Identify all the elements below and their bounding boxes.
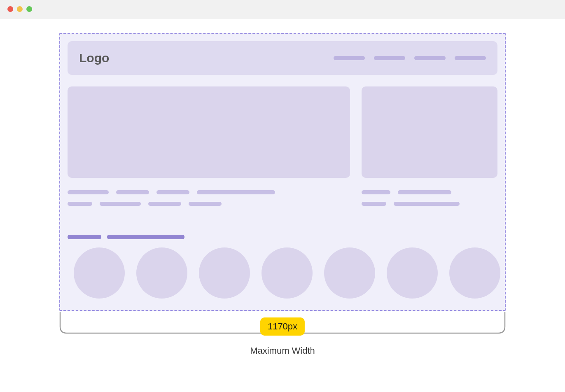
nav-item-placeholder (455, 56, 486, 60)
heading-segment (107, 235, 184, 239)
text-line (362, 202, 497, 206)
text-placeholder-row (68, 190, 497, 206)
text-line (362, 190, 497, 194)
circle-placeholder (449, 247, 500, 299)
text-segment (100, 202, 141, 206)
measurement-label: Maximum Width (250, 345, 315, 356)
minimize-window-button[interactable] (17, 6, 23, 12)
window-title-bar (0, 0, 565, 19)
logo-placeholder: Logo (79, 51, 109, 65)
text-segment (197, 190, 275, 194)
text-segment (68, 190, 109, 194)
heading-segment (68, 235, 101, 239)
nav-item-placeholder (374, 56, 405, 60)
text-segment (362, 202, 386, 206)
nav-placeholder-group (334, 56, 486, 60)
diagram-canvas: Logo (0, 19, 565, 356)
text-block-left (68, 190, 350, 206)
text-line (68, 202, 350, 206)
hero-block-right (362, 86, 497, 178)
maximize-window-button[interactable] (26, 6, 32, 12)
wireframe-header: Logo (68, 41, 497, 75)
avatar-circles-row (68, 247, 497, 299)
text-segment (398, 190, 451, 194)
measurement-bracket: 1170px (59, 312, 506, 334)
heading-placeholder-row (68, 235, 497, 239)
circle-placeholder (324, 247, 375, 299)
close-window-button[interactable] (7, 6, 13, 12)
hero-block-left (68, 86, 350, 178)
text-segment (362, 190, 390, 194)
circle-placeholder (199, 247, 250, 299)
circle-placeholder (136, 247, 187, 299)
text-segment (156, 190, 189, 194)
nav-item-placeholder (334, 56, 365, 60)
text-segment (394, 202, 460, 206)
text-block-right (362, 190, 497, 206)
circle-placeholder (387, 247, 438, 299)
wireframe-container: Logo (59, 33, 506, 311)
circle-placeholder (74, 247, 125, 299)
text-segment (148, 202, 181, 206)
text-line (68, 190, 350, 194)
nav-item-placeholder (414, 56, 446, 60)
text-segment (116, 190, 149, 194)
hero-row (68, 86, 497, 178)
circle-placeholder (261, 247, 313, 299)
text-segment (189, 202, 222, 206)
width-badge: 1170px (260, 317, 305, 336)
text-segment (68, 202, 92, 206)
